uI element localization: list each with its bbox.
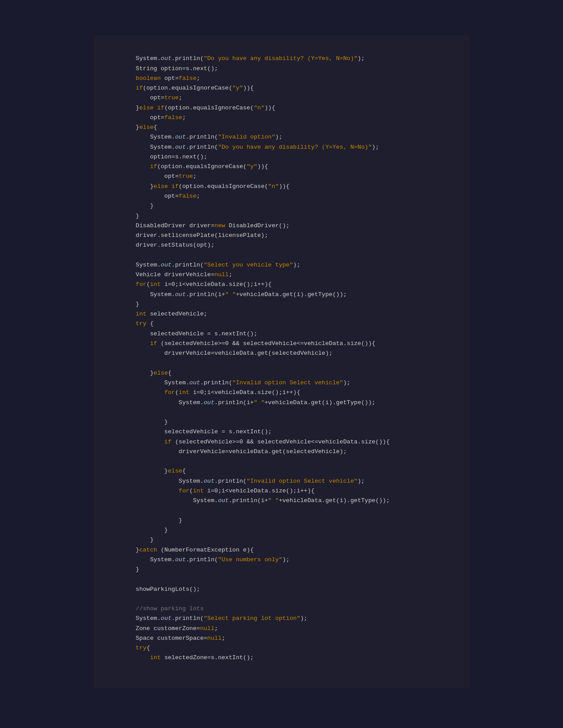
code-line: System.out.println("Invalid option");	[107, 134, 283, 140]
code-line: }	[107, 419, 168, 425]
code-line: try{	[107, 645, 150, 651]
code-line: }	[107, 527, 168, 533]
code-line: if(option.equalsIgnoreCase("y")){	[107, 163, 268, 170]
code-line: }else{	[107, 124, 157, 131]
code-line: System.out.println("Select parking lot o…	[107, 615, 308, 622]
code-line: }	[107, 301, 140, 308]
code-line: }else{	[107, 468, 186, 474]
code-line: selectedVehicle = s.nextInt();	[107, 330, 257, 337]
code-line: System.out.println("Select you vehicle t…	[107, 262, 301, 268]
code-line: opt=false;	[107, 193, 200, 199]
code-line: if (selectedVehicle>=0 && selectedVehicl…	[107, 340, 376, 347]
code-line: System.out.println(i+" "+vehicleData.get…	[107, 399, 376, 406]
code-line: }	[107, 517, 182, 524]
code-line: }	[107, 566, 140, 573]
code-line: showParkingLots();	[107, 586, 200, 593]
code-container: System.out.println("Do you have any disa…	[94, 35, 469, 688]
code-line: int selectedVehicle;	[107, 311, 208, 317]
code-line: for(int i=0;i<vehicleData.size();i++){	[107, 389, 301, 396]
code-line: System.out.println("Invalid option Selec…	[107, 478, 365, 484]
code-line: }else if(option.equalsIgnoreCase("n")){	[107, 183, 290, 190]
code-line: for(int i=0;i<vehicleData.size();i++){	[107, 488, 315, 494]
code-line: Zone customerZone=null;	[107, 625, 218, 632]
code-line: System.out.println("Do you have any disa…	[107, 144, 379, 150]
code-line: DisabledDriver driver=new DisabledDriver…	[107, 222, 290, 229]
code-line: Vehicle driverVehicle=null;	[107, 271, 233, 278]
code-block: System.out.println("Do you have any disa…	[107, 44, 456, 673]
code-line: System.out.println("Invalid option Selec…	[107, 379, 351, 386]
code-line: driver.setlicensePlate(licensePlate);	[107, 232, 268, 239]
code-line: }else{	[107, 370, 172, 376]
code-line: opt=false;	[107, 114, 186, 121]
code-line: }	[107, 203, 154, 209]
code-line: driverVehicle=vehicleData.get(selectedVe…	[107, 448, 347, 455]
code-line: }catch (NumberFormatException e){	[107, 547, 254, 553]
code-line: selectedVehicle = s.nextInt();	[107, 428, 272, 435]
code-line: System.out.println(i+" "+vehicleData.get…	[107, 291, 347, 298]
code-line: String option=s.next();	[107, 65, 218, 72]
code-line: for(int i=0;i<vehicleData.size();i++){	[107, 281, 272, 288]
code-line: System.out.println(i+" "+vehicleData.get…	[107, 497, 390, 504]
code-line: System.out.println("Do you have any disa…	[107, 55, 365, 62]
code-line: try {	[107, 320, 154, 327]
code-line: }	[107, 213, 140, 219]
code-line: Space customerSpace=null;	[107, 635, 225, 642]
code-line: driver.setStatus(opt);	[107, 242, 215, 248]
code-line: System.out.println("Use numbers only");	[107, 556, 290, 563]
code-line: int selectedZone=s.nextInt();	[107, 654, 254, 661]
code-line: opt=true;	[107, 94, 182, 101]
code-line: //show parking lots	[107, 605, 204, 612]
code-line: if (selectedVehicle>=0 && selectedVehicl…	[107, 439, 390, 445]
code-line: }else if(option.equalsIgnoreCase("n")){	[107, 105, 276, 111]
code-line: if(option.equalsIgnoreCase("y")){	[107, 85, 254, 91]
page-wrapper: System.out.println("Do you have any disa…	[0, 0, 563, 728]
code-line: }	[107, 537, 154, 543]
code-line: option=s.next();	[107, 154, 208, 160]
code-line: opt=true;	[107, 173, 197, 180]
code-line: boolean opt=false;	[107, 75, 200, 82]
code-line: driverVehicle=vehicleData.get(selectedVe…	[107, 350, 333, 356]
